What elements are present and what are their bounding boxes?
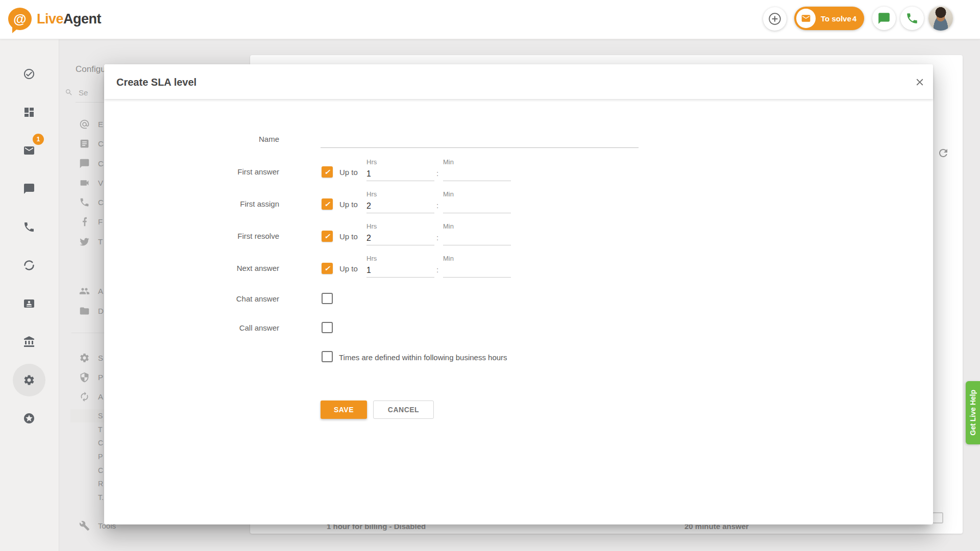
min-label: Min [443,190,454,198]
sidebar-item-configuration[interactable] [23,374,35,386]
people-icon [79,286,90,296]
first-answer-min-input[interactable] [443,167,511,181]
name-label: Name [104,135,279,143]
tickets-badge: 1 [33,134,44,145]
phone-icon [79,197,90,208]
row-label: First answer [104,167,279,176]
row-label: First resolve [104,232,279,240]
config-subitem[interactable]: P [98,453,103,461]
loop-icon [23,259,35,271]
chat-icon [877,12,891,25]
search-icon [65,88,73,96]
user-avatar[interactable] [928,6,953,31]
name-input[interactable] [321,132,639,148]
phone-icon [905,12,919,25]
check-icon: ✓ [324,264,330,272]
hrs-label: Hrs [366,190,377,198]
add-button[interactable] [763,7,787,31]
min-label: Min [443,158,454,166]
folder-icon [79,306,90,316]
business-hours-checkbox[interactable] [322,351,333,362]
dashboard-icon [23,106,35,118]
colon-separator: : [436,201,438,210]
logo-icon: @ [8,8,32,30]
first-resolve-min-input[interactable] [443,232,511,245]
logo[interactable]: @ LiveAgent [8,8,101,30]
chat-bubble-icon [79,158,90,169]
check-icon: ✓ [324,232,330,240]
config-subitem[interactable]: T. [98,493,104,502]
first-answer-hrs-input[interactable] [366,167,434,181]
next-answer-hrs-input[interactable] [366,264,434,278]
config-subitem[interactable]: R [98,480,103,488]
save-button[interactable]: SAVE [321,400,367,419]
row-first-resolve: First resolve ✓ Up to Hrs : Min [104,222,933,248]
colon-separator: : [436,169,438,178]
first-assign-checkbox[interactable]: ✓ [322,198,333,210]
search-underline [76,102,106,103]
sidebar-item-tickets[interactable] [23,144,35,157]
sidebar-item-to-solve[interactable] [23,68,35,80]
config-divider [71,333,107,333]
at-glyph: @ [13,11,26,27]
gear-icon [79,353,90,363]
up-to-label: Up to [339,168,358,177]
sidebar-item-gamification[interactable] [23,412,35,424]
wrench-icon [79,520,90,531]
first-resolve-checkbox[interactable]: ✓ [322,231,333,242]
sidebar-item-chats[interactable] [23,183,35,195]
get-live-help-tab[interactable]: Get Live Help [966,381,980,444]
business-hours-label: Times are defined within following busin… [339,353,507,362]
next-answer-checkbox[interactable]: ✓ [322,263,333,274]
at-icon [79,119,90,130]
sidebar-item-dashboard[interactable] [23,106,35,118]
first-resolve-hrs-input[interactable] [366,232,434,245]
dialog-title: Create SLA level [116,77,197,88]
chat-answer-label: Chat answer [104,294,279,303]
mail-icon [23,144,35,157]
search-input[interactable]: Se [79,88,88,97]
bank-icon [23,336,35,348]
first-answer-checkbox[interactable]: ✓ [322,166,333,178]
to-solve-pill[interactable]: To solve 4 [794,7,864,30]
first-assign-hrs-input[interactable] [366,199,434,213]
sidebar-item-social[interactable] [23,259,35,271]
next-answer-min-input[interactable] [443,264,511,278]
facebook-icon [79,216,90,227]
cancel-button[interactable]: CANCEL [373,400,434,419]
twitter-icon [79,236,90,247]
sidebar-item-calls[interactable] [23,221,35,233]
sidebar-item-billing[interactable] [23,336,35,348]
colon-separator: : [436,265,438,274]
refresh-button[interactable] [937,147,949,159]
logo-text: LiveAgent [37,11,101,27]
row-first-answer: First answer ✓ Up to Hrs : Min [104,158,933,184]
first-assign-min-input[interactable] [443,199,511,213]
min-label: Min [443,255,454,262]
sidebar: 1 [0,39,59,551]
row-label: Next answer [104,264,279,272]
close-button[interactable] [913,76,927,90]
call-answer-checkbox[interactable] [322,322,333,333]
config-subitem[interactable]: T [98,425,103,434]
hrs-label: Hrs [366,222,377,230]
config-subitem[interactable]: C [98,439,103,447]
config-subitem[interactable]: C [98,466,103,474]
check-icon: ✓ [324,168,330,176]
header-chats-button[interactable] [872,7,896,30]
plus-icon [768,12,781,26]
header-calls-button[interactable] [900,7,924,30]
settings-gear-icon [23,374,35,386]
sidebar-item-contacts[interactable] [23,297,35,310]
up-to-label: Up to [339,232,358,241]
row-label: First assign [104,199,279,208]
dialog-header: Create SLA level [104,64,933,99]
row-checkbox[interactable] [932,512,943,523]
envelope-icon [796,9,816,28]
config-subitem-sla[interactable]: S [98,412,103,420]
to-solve-label: To solve [821,14,851,23]
chat-answer-checkbox[interactable] [322,293,333,304]
top-header: @ LiveAgent To solve 4 [0,0,980,39]
logo-bubble-tail [12,27,19,33]
call-answer-label: Call answer [104,323,279,332]
